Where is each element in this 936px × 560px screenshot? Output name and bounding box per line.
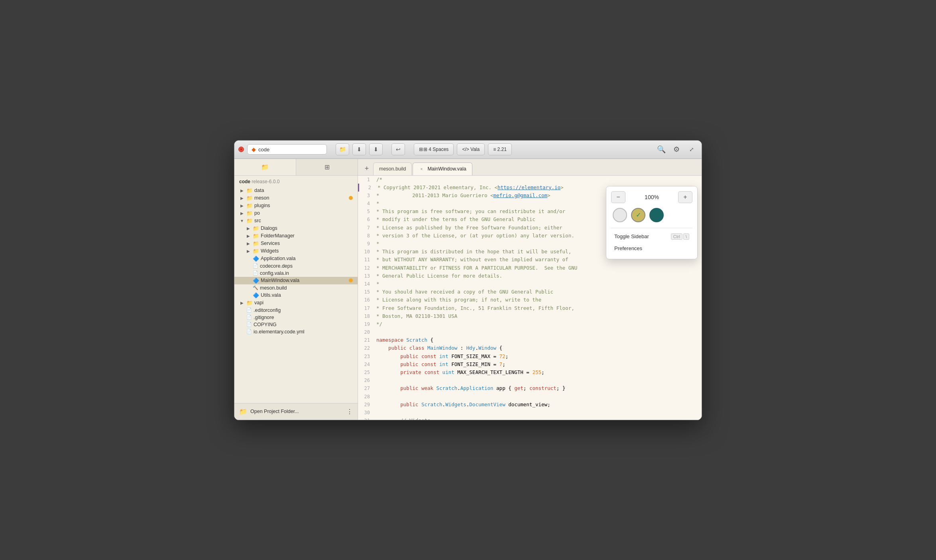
tab-meson-build[interactable]: meson.build xyxy=(373,163,412,175)
link[interactable]: https://elementary.io xyxy=(497,184,560,190)
folder-icon: 📁 xyxy=(253,241,259,247)
list-item[interactable]: ▶ 📄 io.elementary.code.yml xyxy=(234,328,358,335)
tab-mainwindow-vala[interactable]: × MainWindow.vala xyxy=(413,163,472,175)
tree-arrow: ▶ xyxy=(239,211,245,215)
build-icon: 🔨 xyxy=(253,285,258,290)
tree-arrow: ▶ xyxy=(246,249,251,253)
project-label: code release-6.0.0 xyxy=(234,176,358,186)
list-item[interactable]: ▶ 📁 po xyxy=(234,210,358,217)
list-item[interactable]: ▶ 🔷 Utils.vala xyxy=(234,292,358,299)
files-icon: 📁 xyxy=(261,163,269,171)
code-line: 19 */ xyxy=(358,320,702,328)
list-item[interactable]: ▶ 🔨 meson.build xyxy=(234,284,358,292)
list-item[interactable]: ▶ 📁 meson xyxy=(234,194,358,202)
folder-icon: 📁 xyxy=(253,233,259,239)
item-label: codecore.deps xyxy=(260,263,293,269)
list-item[interactable]: ▶ 📁 vapi xyxy=(234,299,358,307)
tree-arrow: ▼ xyxy=(239,219,245,223)
file-icon: 📄 xyxy=(246,307,252,313)
item-label: Widgets xyxy=(261,248,279,254)
toggle-sidebar-shortcut: Ctrl \ xyxy=(671,233,689,240)
spaces-selector[interactable]: ⊞ ⊞ 4 Spaces xyxy=(414,143,454,155)
list-item[interactable]: ▶ 📁 Services xyxy=(234,240,358,247)
zoom-controls: − 100% + xyxy=(611,191,692,203)
code-line: 28 xyxy=(358,393,702,401)
tab-close-button[interactable]: × xyxy=(419,166,424,172)
tab-input[interactable]: ◆ code xyxy=(247,144,327,155)
folder-icon: 📁 xyxy=(253,225,259,231)
preferences-item[interactable]: Preferences xyxy=(611,243,692,254)
fullscreen-button[interactable]: ⤢ xyxy=(686,143,698,155)
list-item[interactable]: ▶ 📄 config.vala.in xyxy=(234,270,358,277)
outline-icon: ⊞ xyxy=(324,163,330,171)
sidebar-bottom: 📁 Open Project Folder... ⋮ xyxy=(234,403,358,420)
code-line: 12 * MERCHANTABILITY or FITNESS FOR A PA… xyxy=(358,264,702,272)
list-item[interactable]: ▼ 📁 src xyxy=(234,217,358,225)
item-label: meson.build xyxy=(260,285,287,291)
toggle-sidebar-item[interactable]: Toggle Sidebar Ctrl \ xyxy=(611,231,692,243)
folder-icon: 📁 xyxy=(246,195,253,201)
project-name: code release-6.0.0 xyxy=(239,179,279,184)
list-item[interactable]: ▶ 📁 data xyxy=(234,187,358,194)
folder-icon: 📁 xyxy=(246,203,253,209)
download-button-2[interactable]: ⬇ xyxy=(369,143,383,155)
tree-arrow: ▶ xyxy=(239,188,245,193)
list-item[interactable]: ▶ 📄 .editorconfig xyxy=(234,307,358,314)
add-tab-button[interactable]: + xyxy=(361,163,372,174)
undo-button[interactable]: ↩ xyxy=(391,143,405,155)
theme-yellow-button[interactable]: ✓ xyxy=(631,208,645,222)
sidebar-tab-outline[interactable]: ⊞ xyxy=(296,159,358,175)
file-icon: 📄 xyxy=(253,270,258,276)
folder-button[interactable]: 📁 xyxy=(336,143,349,155)
list-item[interactable]: ▶ 🔷 Application.vala xyxy=(234,255,358,262)
zoom-out-button[interactable]: − xyxy=(611,191,625,203)
code-line: 20 xyxy=(358,328,702,336)
shortcut-backslash: \ xyxy=(683,233,689,240)
file-icon: 📄 xyxy=(253,263,258,268)
code-line: 13 * General Public License for more det… xyxy=(358,272,702,280)
list-item[interactable]: ▶ 📁 Dialogs xyxy=(234,225,358,232)
folder-icon: 📁 xyxy=(246,210,253,216)
tree-arrow: ▶ xyxy=(239,196,245,200)
tab-title: code xyxy=(258,147,269,153)
zoom-value: 100% xyxy=(628,194,676,200)
tree-arrow: ▶ xyxy=(246,241,251,246)
folder-icon: 📁 xyxy=(253,248,259,254)
zoom-in-button[interactable]: + xyxy=(678,191,692,203)
list-item[interactable]: ▶ 📁 plugins xyxy=(234,202,358,210)
list-item[interactable]: ▶ 📄 .gitignore xyxy=(234,314,358,321)
list-item[interactable]: ▶ 📁 FolderManager xyxy=(234,232,358,240)
version-label: ≡ 2.21 xyxy=(493,147,507,152)
open-project-folder-icon: 📁 xyxy=(239,408,247,415)
sidebar-tab-files[interactable]: 📁 xyxy=(234,159,296,175)
list-item[interactable]: ▶ 🔷 MainWindow.vala xyxy=(234,277,358,284)
theme-color-row: ✓ xyxy=(611,208,692,222)
download-button-1[interactable]: ⬇ xyxy=(352,143,366,155)
search-button[interactable]: 🔍 xyxy=(655,143,667,155)
list-item[interactable]: ▶ 📄 COPYING xyxy=(234,321,358,328)
list-item[interactable]: ▶ 📁 Widgets xyxy=(234,247,358,255)
list-item[interactable]: ▶ 📄 codecore.deps xyxy=(234,262,358,270)
code-line: 31 // Widgets xyxy=(358,417,702,419)
folder-icon: 📁 xyxy=(246,300,253,306)
file-icon: 📄 xyxy=(246,329,252,334)
file-icon: 📄 xyxy=(246,315,252,320)
item-label: FolderManager xyxy=(261,233,295,239)
theme-light-button[interactable] xyxy=(613,208,627,222)
item-label: io.elementary.code.yml xyxy=(254,329,305,335)
language-selector[interactable]: </> Vala xyxy=(457,143,485,155)
sidebar-item-copying: COPYING xyxy=(254,322,277,327)
item-label: Utils.vala xyxy=(261,292,281,298)
close-button[interactable]: × xyxy=(238,147,244,152)
code-line: 21 namespace Scratch { xyxy=(358,336,702,344)
modified-dot xyxy=(349,278,353,282)
open-project-button[interactable]: Open Project Folder... xyxy=(250,409,299,414)
gear-button[interactable]: ⚙ xyxy=(671,143,682,155)
link[interactable]: mefrio.g@gmail.com xyxy=(494,192,547,198)
item-label: po xyxy=(254,210,260,216)
theme-dark-button[interactable] xyxy=(649,208,664,222)
shortcut-ctrl: Ctrl xyxy=(671,233,682,240)
kebab-menu-button[interactable]: ⋮ xyxy=(346,408,353,415)
tree-arrow: ▶ xyxy=(239,204,245,208)
version-selector[interactable]: ≡ 2.21 xyxy=(488,143,512,155)
